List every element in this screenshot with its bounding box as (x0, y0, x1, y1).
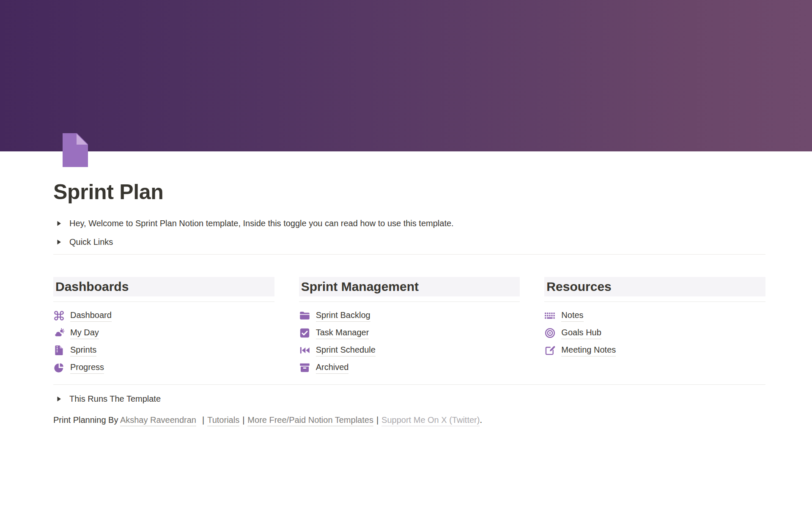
page-link-progress[interactable]: Progress (53, 359, 274, 376)
page-link-label: Sprint Schedule (316, 345, 376, 356)
edit-icon (544, 345, 556, 356)
rewind-icon (299, 345, 310, 356)
toggle-runs-template-label: This Runs The Template (69, 392, 161, 405)
page-link-meeting-notes[interactable]: Meeting Notes (544, 342, 765, 359)
credits-separator: | (202, 415, 204, 425)
credits-separator: | (242, 415, 244, 425)
page-link-task-manager[interactable]: Task Manager (299, 324, 520, 342)
page-link-label: Goals Hub (561, 327, 601, 339)
page-link-label: Archived (316, 362, 349, 374)
credits-link-templates[interactable]: More Free/Paid Notion Templates (247, 415, 373, 426)
toggle-runs-template[interactable]: This Runs The Template (53, 389, 765, 408)
page-link-label: Sprints (70, 345, 96, 356)
divider (544, 301, 765, 302)
column-resources: Resources Notes (544, 277, 765, 376)
page-link-label: My Day (70, 327, 99, 339)
command-icon (53, 310, 65, 321)
page-icon[interactable] (62, 133, 88, 167)
pie-chart-icon (53, 362, 65, 373)
page-cover (0, 0, 812, 151)
column-dashboards: Dashboards Dashboard (53, 277, 274, 376)
credits-separator: | (376, 415, 379, 425)
page-link-goals-hub[interactable]: Goals Hub (544, 324, 765, 342)
toggle-triangle-icon[interactable] (56, 220, 66, 227)
document-page-icon (62, 133, 88, 167)
page-link-notes[interactable]: Notes (544, 307, 765, 324)
column-header-resources: Resources (544, 277, 765, 296)
credits-link-author[interactable]: Akshay Raveendran (120, 415, 196, 426)
toggle-triangle-icon[interactable] (56, 239, 66, 245)
column-header-dashboards: Dashboards (53, 277, 274, 296)
page-link-sprints[interactable]: Sprints (53, 342, 274, 359)
journal-icon (53, 345, 65, 356)
credits-line: Print Planning By Akshay Raveendran|Tuto… (53, 412, 765, 428)
toggle-welcome-label: Hey, Welcome to Sprint Plan Notion templ… (69, 217, 454, 230)
page-title: Sprint Plan (53, 179, 765, 205)
page-link-label: Task Manager (316, 327, 369, 339)
page-link-label: Meeting Notes (561, 345, 616, 356)
credits-suffix: . (480, 415, 482, 425)
archive-icon (299, 362, 310, 373)
divider (53, 301, 274, 302)
toggle-quick-links-label: Quick Links (69, 236, 113, 248)
toggle-triangle-icon[interactable] (56, 396, 66, 402)
page-link-sprint-backlog[interactable]: Sprint Backlog (299, 307, 520, 324)
toggle-welcome[interactable]: Hey, Welcome to Sprint Plan Notion templ… (53, 214, 765, 233)
divider (299, 301, 520, 302)
page-content: Sprint Plan Hey, Welcome to Sprint Plan … (0, 179, 812, 428)
page-link-label: Sprint Backlog (316, 310, 370, 322)
page-link-dashboard[interactable]: Dashboard (53, 307, 274, 324)
credits-link-twitter[interactable]: Support Me On X (Twitter) (381, 415, 480, 426)
page-link-label: Dashboard (70, 310, 112, 322)
keyboard-icon (544, 310, 556, 321)
page-link-label: Notes (561, 310, 583, 322)
divider (53, 384, 765, 385)
checkbox-icon (299, 327, 310, 339)
sun-cloud-icon (53, 327, 65, 339)
page-link-label: Progress (70, 362, 104, 374)
page-link-sprint-schedule[interactable]: Sprint Schedule (299, 342, 520, 359)
toggle-quick-links[interactable]: Quick Links (53, 233, 765, 251)
link-columns: Dashboards Dashboard (53, 277, 765, 376)
folder-icon (299, 310, 310, 321)
target-icon (544, 327, 556, 339)
credits-link-tutorials[interactable]: Tutorials (207, 415, 239, 426)
column-header-sprint-management: Sprint Management (299, 277, 520, 296)
column-sprint-management: Sprint Management Sprint Backlog (299, 277, 520, 376)
divider (53, 254, 765, 255)
page-link-my-day[interactable]: My Day (53, 324, 274, 342)
credits-prefix: Print Planning By (53, 415, 120, 425)
page-link-archived[interactable]: Archived (299, 359, 520, 376)
